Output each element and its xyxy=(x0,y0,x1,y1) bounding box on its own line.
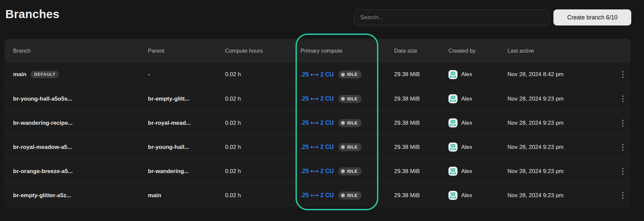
compute-size-link[interactable]: .25 ⟷ 2 CU xyxy=(301,71,334,78)
actions-cell xyxy=(615,190,631,201)
user-avatar xyxy=(448,191,458,200)
default-badge: DEFAULT xyxy=(31,71,59,78)
data-size-cell: 29.38 MiB xyxy=(394,168,448,175)
compute-status-badge: IDLE xyxy=(338,119,362,127)
primary-compute-cell: .25 ⟷ 2 CU IDLE xyxy=(301,70,394,78)
table-row[interactable]: br-royal-meadow-a5... br-young-hall... 0… xyxy=(5,135,631,159)
created-by-cell: Alex xyxy=(448,118,507,127)
compute-status-badge: IDLE xyxy=(338,143,362,151)
primary-compute-cell: .25 ⟷ 2 CU IDLE xyxy=(301,95,394,103)
data-size-cell: 29.38 MiB xyxy=(394,192,448,199)
branch-cell: br-royal-meadow-a5... xyxy=(13,144,148,151)
create-branch-button[interactable]: Create branch 6/10 xyxy=(553,9,631,25)
created-by-name: Alex xyxy=(461,192,472,199)
row-menu-kebab-icon[interactable] xyxy=(620,142,626,153)
row-menu-kebab-icon[interactable] xyxy=(620,93,626,105)
compute-status-badge: IDLE xyxy=(338,70,362,78)
created-by-cell: Alex xyxy=(448,143,507,152)
compute-hours-cell: 0.02 h xyxy=(225,168,301,175)
branch-cell: br-empty-glitter-a5z... xyxy=(13,192,148,199)
compute-status-badge: IDLE xyxy=(338,167,362,175)
data-size-cell: 29.38 MiB xyxy=(394,120,448,126)
status-label: IDLE xyxy=(347,121,358,125)
last-active-cell: Nov 28, 2024 9:23 pm xyxy=(507,96,615,102)
compute-size-link[interactable]: .25 ⟷ 2 CU xyxy=(301,95,334,102)
compute-hours-cell: 0.02 h xyxy=(225,144,301,151)
table-row[interactable]: br-wandering-recipe... br-royal-mead... … xyxy=(5,111,631,135)
status-dot-icon xyxy=(341,169,345,173)
row-menu-kebab-icon[interactable] xyxy=(620,117,626,129)
compute-size-link[interactable]: .25 ⟷ 2 CU xyxy=(301,168,334,175)
parent-cell: br-empty-glitt... xyxy=(148,96,225,102)
actions-cell xyxy=(615,142,631,153)
primary-compute-cell: .25 ⟷ 2 CU IDLE xyxy=(301,143,394,151)
last-active-cell: Nov 28, 2024 9:23 pm xyxy=(507,168,615,175)
data-size-cell: 29.38 MiB xyxy=(394,144,448,151)
created-by-name: Alex xyxy=(461,120,472,126)
parent-branch-name: main xyxy=(148,192,161,199)
branch-name[interactable]: br-empty-glitter-a5z... xyxy=(13,192,71,199)
parent-cell: - xyxy=(148,71,225,78)
parent-cell: br-wandering... xyxy=(148,168,225,175)
compute-hours-cell: 0.02 h xyxy=(225,96,301,102)
parent-cell: br-royal-mead... xyxy=(148,120,225,126)
branch-cell: br-wandering-recipe... xyxy=(13,120,148,126)
last-active-cell: Nov 28, 2024 9:23 pm xyxy=(507,192,615,199)
branch-name[interactable]: br-royal-meadow-a5... xyxy=(13,144,72,151)
table-row[interactable]: br-young-hall-a5o5s... br-empty-glitt...… xyxy=(5,87,631,111)
user-avatar xyxy=(448,167,458,176)
page-title: Branches xyxy=(5,7,59,21)
table-row[interactable]: main DEFAULT - 0.02 h .25 ⟷ 2 CU IDLE 29… xyxy=(5,62,631,87)
created-by-cell: Alex xyxy=(448,70,507,79)
status-label: IDLE xyxy=(347,169,358,174)
column-header-primary-compute: Primary compute xyxy=(301,48,394,54)
created-by-name: Alex xyxy=(461,71,472,78)
status-dot-icon xyxy=(341,145,345,149)
compute-size-link[interactable]: .25 ⟷ 2 CU xyxy=(301,119,334,126)
column-header-parent: Parent xyxy=(148,48,225,54)
parent-cell: main xyxy=(148,192,225,199)
compute-size-link[interactable]: .25 ⟷ 2 CU xyxy=(301,144,334,151)
status-dot-icon xyxy=(341,97,345,101)
branch-name[interactable]: br-young-hall-a5o5s... xyxy=(13,96,72,102)
column-header-data-size: Data size xyxy=(394,48,448,54)
actions-cell xyxy=(615,93,631,105)
table-row[interactable]: br-orange-breeze-a5... br-wandering... 0… xyxy=(5,159,631,183)
parent-branch-name: br-young-hall... xyxy=(148,144,189,151)
actions-cell xyxy=(615,166,631,177)
column-header-compute-hours: Compute hours xyxy=(225,48,301,54)
row-menu-kebab-icon[interactable] xyxy=(620,166,626,177)
branches-page: Branches Create branch 6/10 Branch Paren… xyxy=(0,0,644,221)
primary-compute-cell: .25 ⟷ 2 CU IDLE xyxy=(301,167,394,175)
status-label: IDLE xyxy=(347,193,358,198)
status-label: IDLE xyxy=(347,72,358,77)
branch-name[interactable]: br-orange-breeze-a5... xyxy=(13,168,73,175)
parent-branch-name: - xyxy=(148,71,150,78)
status-dot-icon xyxy=(341,194,345,197)
branch-cell: br-orange-breeze-a5... xyxy=(13,168,148,175)
branch-name[interactable]: br-wandering-recipe... xyxy=(13,120,73,126)
data-size-cell: 29.38 MiB xyxy=(394,71,448,78)
created-by-cell: Alex xyxy=(448,191,507,200)
created-by-name: Alex xyxy=(461,144,472,151)
table-row[interactable]: br-empty-glitter-a5z... main 0.02 h .25 … xyxy=(5,183,631,207)
status-dot-icon xyxy=(341,73,345,76)
last-active-cell: Nov 28, 2024 9:23 pm xyxy=(507,120,615,126)
row-menu-kebab-icon[interactable] xyxy=(620,69,626,80)
row-menu-kebab-icon[interactable] xyxy=(620,190,626,201)
branches-table: Branch Parent Compute hours Primary comp… xyxy=(5,39,631,207)
created-by-name: Alex xyxy=(461,168,472,175)
last-active-cell: Nov 28, 2024 9:23 pm xyxy=(507,144,615,151)
column-header-last-active: Last active xyxy=(507,48,615,54)
search-input[interactable] xyxy=(354,9,549,25)
compute-size-link[interactable]: .25 ⟷ 2 CU xyxy=(301,192,334,199)
branch-name[interactable]: main xyxy=(13,71,26,78)
parent-branch-name: br-wandering... xyxy=(148,168,189,175)
created-by-name: Alex xyxy=(461,96,472,102)
compute-hours-cell: 0.02 h xyxy=(225,71,301,78)
compute-hours-cell: 0.02 h xyxy=(225,120,301,126)
user-avatar xyxy=(448,70,458,79)
parent-branch-name: br-empty-glitt... xyxy=(148,96,190,102)
parent-cell: br-young-hall... xyxy=(148,144,225,151)
last-active-cell: Nov 28, 2024 8:42 pm xyxy=(507,71,615,78)
